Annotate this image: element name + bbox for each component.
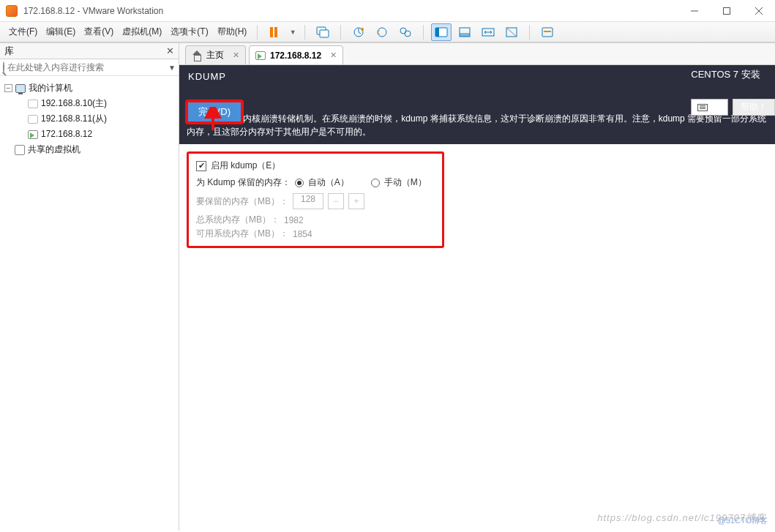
tree-item-label: 192.168.8.10(主) xyxy=(41,96,107,111)
help-button[interactable]: 帮助！ xyxy=(733,99,775,116)
close-button[interactable] xyxy=(743,0,775,22)
tab-label: 172.168.8.12 xyxy=(270,50,321,61)
snapshot-revert-button[interactable] xyxy=(372,23,392,41)
monitor-icon xyxy=(15,84,26,93)
available-memory-label: 可用系统内存（MB）： xyxy=(196,228,288,240)
enable-kdump-label: 启用 kdump（E） xyxy=(211,160,280,172)
search-dropdown[interactable]: ▼ xyxy=(168,64,176,72)
tree-item-label: 192.168.8.11(从) xyxy=(41,111,107,127)
tree-vm-item[interactable]: 192.168.8.10(主) xyxy=(3,96,176,111)
stretch-guest-button[interactable] xyxy=(478,23,498,41)
fullscreen-button[interactable] xyxy=(501,23,522,41)
minimize-button[interactable] xyxy=(678,0,711,22)
kdump-title: KDUMP xyxy=(185,68,244,85)
vm-console[interactable]: KDUMP 完成(D) CENTOS 7 安装 xyxy=(179,65,775,531)
kdump-header: KDUMP 完成(D) CENTOS 7 安装 xyxy=(179,65,775,109)
svg-point-10 xyxy=(405,31,411,37)
vm-running-icon xyxy=(255,51,266,60)
tree-shared-vms[interactable]: 共享的虚拟机 xyxy=(3,142,176,157)
home-icon xyxy=(192,50,202,61)
snapshot-take-button[interactable] xyxy=(348,23,369,41)
toolbar-separator xyxy=(340,25,341,40)
library-header: 库 ✕ xyxy=(0,43,179,59)
memory-auto-radio[interactable] xyxy=(295,179,304,187)
tab-bar: 主页 ✕ 172.168.8.12 ✕ xyxy=(179,43,775,65)
maximize-button[interactable] xyxy=(711,0,743,22)
content-area: 库 ✕ ▼ − 我的计算机 192.168.8.10(主) xyxy=(0,42,775,531)
main-panel: 主页 ✕ 172.168.8.12 ✕ KDUMP 完成(D) xyxy=(179,43,775,531)
svg-rect-12 xyxy=(435,28,439,37)
svg-point-7 xyxy=(361,28,364,31)
memory-auto-label: 自动（A） xyxy=(308,176,349,189)
vm-running-icon xyxy=(28,130,38,139)
total-memory-label: 总系统内存（MB）： xyxy=(196,214,280,226)
toolbar-separator xyxy=(529,25,530,40)
menu-tabs[interactable]: 选项卡(T) xyxy=(168,24,211,40)
view-thumbnail-button[interactable] xyxy=(454,23,475,41)
tree-vm-item[interactable]: 192.168.8.11(从) xyxy=(3,111,176,127)
search-icon xyxy=(3,62,4,72)
reserve-memory-label: 为 Kdump 保留的内存： xyxy=(196,176,291,189)
reserve-mb-label: 要保留的内存（MB）： xyxy=(196,195,288,208)
kdump-body: ✔ 启用 kdump（E） 为 Kdump 保留的内存： 自动（A） 手动（M）… xyxy=(179,144,775,255)
search-input[interactable] xyxy=(7,62,165,72)
vm-icon xyxy=(28,100,38,108)
reserve-increase-button: + xyxy=(348,193,364,209)
tree-root-label: 我的计算机 xyxy=(29,80,72,96)
toolbar-separator xyxy=(423,25,424,40)
kdump-header-right: CENTOS 7 安装 cn 帮助！ xyxy=(691,65,775,109)
tab-home[interactable]: 主页 ✕ xyxy=(185,45,246,64)
menu-view[interactable]: 查看(V) xyxy=(81,24,116,40)
menu-edit[interactable]: 编辑(E) xyxy=(43,24,78,40)
title-bar: 172.168.8.12 - VMware Workstation xyxy=(0,0,775,22)
tree-item-label: 172.168.8.12 xyxy=(41,127,92,142)
kdump-description: Kdump 是一个内核崩溃转储机制。在系统崩溃的时候，kdump 将捕获系统信息… xyxy=(179,109,775,144)
tab-close-icon[interactable]: ✕ xyxy=(233,50,239,60)
view-console-button[interactable] xyxy=(431,23,452,41)
reserve-mb-input: 128 xyxy=(293,193,323,209)
available-memory-value: 1854 xyxy=(293,229,312,239)
svg-rect-14 xyxy=(460,33,470,37)
send-cad-button[interactable] xyxy=(312,23,333,41)
vm-icon xyxy=(28,115,38,124)
unity-button[interactable] xyxy=(537,23,558,41)
menu-vm[interactable]: 虚拟机(M) xyxy=(119,24,165,40)
memory-manual-radio[interactable] xyxy=(371,179,380,187)
svg-rect-5 xyxy=(320,30,329,37)
total-memory-value: 1982 xyxy=(284,215,304,225)
tree-collapse-icon[interactable]: − xyxy=(4,84,12,92)
svg-rect-19 xyxy=(544,31,551,32)
pause-dropdown[interactable]: ▼ xyxy=(288,29,297,36)
toolbar-separator xyxy=(304,25,305,40)
shared-icon xyxy=(15,145,25,155)
tree-root-my-computer[interactable]: − 我的计算机 xyxy=(3,80,176,96)
tree-vm-item-active[interactable]: 172.168.8.12 xyxy=(3,127,176,142)
library-tree: − 我的计算机 192.168.8.10(主) 192.168.8.11(从) … xyxy=(0,76,179,162)
app-icon xyxy=(6,5,18,17)
menu-help[interactable]: 帮助(H) xyxy=(214,24,250,40)
installer-title: CENTOS 7 安装 xyxy=(691,68,775,81)
enable-kdump-checkbox[interactable]: ✔ xyxy=(196,161,206,171)
library-close-button[interactable]: ✕ xyxy=(166,45,174,56)
toolbar-separator xyxy=(257,25,258,40)
svg-point-9 xyxy=(400,28,406,34)
tab-close-icon[interactable]: ✕ xyxy=(330,50,337,60)
memory-manual-label: 手动（M） xyxy=(384,176,427,189)
svg-line-17 xyxy=(506,28,517,37)
library-search: ▼ xyxy=(0,59,179,76)
tree-shared-label: 共享的虚拟机 xyxy=(28,142,81,157)
pause-button[interactable] xyxy=(265,23,285,41)
watermark-tag: @51CTO博客 xyxy=(718,515,768,526)
keyboard-layout-label: cn xyxy=(712,102,722,113)
menu-file[interactable]: 文件(F) xyxy=(6,24,40,40)
library-label: 库 xyxy=(4,45,14,58)
annotation-highlight-box: ✔ 启用 kdump（E） 为 Kdump 保留的内存： 自动（A） 手动（M）… xyxy=(187,151,444,248)
tab-label: 主页 xyxy=(206,49,224,61)
window-title: 172.168.8.12 - VMware Workstation xyxy=(23,6,163,16)
keyboard-layout-indicator[interactable]: cn xyxy=(691,99,728,116)
reserve-decrease-button: − xyxy=(328,193,344,209)
tab-active-vm[interactable]: 172.168.8.12 ✕ xyxy=(249,45,343,64)
menu-bar: 文件(F) 编辑(E) 查看(V) 虚拟机(M) 选项卡(T) 帮助(H) ▼ xyxy=(0,22,775,42)
snapshot-manager-button[interactable] xyxy=(395,23,416,41)
svg-rect-1 xyxy=(724,7,730,14)
